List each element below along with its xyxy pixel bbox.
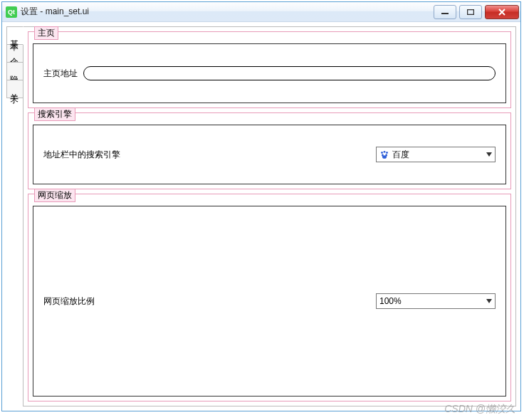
window-title: 设置 - main_set.ui — [21, 6, 89, 18]
search-engine-combobox[interactable]: 百度 — [376, 147, 496, 162]
group-homepage-legend: 主页 — [34, 26, 58, 40]
group-page-zoom: 网页缩放 网页缩放比例 100% — [28, 194, 511, 401]
search-engine-value: 百度 — [392, 149, 486, 161]
homepage-frame: 主页地址 — [33, 43, 506, 103]
group-homepage: 主页 主页地址 — [28, 31, 511, 108]
zoom-ratio-label: 网页缩放比例 — [43, 295, 370, 308]
window-controls — [431, 5, 520, 19]
chevron-down-icon — [486, 299, 492, 303]
tab-privacy[interactable]: 隐私 — [6, 62, 23, 80]
svg-rect-1 — [468, 9, 474, 14]
close-icon — [498, 9, 506, 16]
qt-logo-icon: Qt — [6, 6, 17, 18]
homepage-url-label: 主页地址 — [43, 68, 78, 80]
svg-point-7 — [382, 155, 387, 159]
group-search-legend: 搜索引擎 — [34, 107, 75, 121]
maximize-button[interactable] — [459, 5, 482, 19]
close-button[interactable] — [485, 5, 519, 19]
search-frame: 地址栏中的搜索引擎 百度 — [33, 125, 506, 184]
svg-point-4 — [386, 152, 388, 154]
svg-rect-0 — [441, 13, 449, 14]
window-frame: Qt 设置 - main_set.ui 基本 个性 隐私 关于 主页 — [1, 1, 521, 411]
group-zoom-legend: 网页缩放 — [34, 189, 75, 202]
homepage-url-input[interactable] — [83, 66, 496, 80]
vertical-tabstrip: 基本 个性 隐私 关于 — [6, 26, 23, 406]
titlebar: Qt 设置 - main_set.ui — [2, 2, 520, 22]
content-area: 基本 个性 隐私 关于 主页 主页地址 搜索引擎 地址栏中的搜索引擎 — [2, 22, 520, 411]
zoom-frame: 网页缩放比例 100% — [33, 206, 506, 397]
zoom-ratio-value: 100% — [379, 296, 486, 306]
group-search-engine: 搜索引擎 地址栏中的搜索引擎 — [28, 112, 511, 189]
minimize-button[interactable] — [434, 5, 456, 19]
search-engine-label: 地址栏中的搜索引擎 — [43, 149, 370, 161]
minimize-icon — [441, 9, 449, 15]
tab-about[interactable]: 关于 — [6, 80, 23, 98]
baidu-icon — [379, 149, 389, 159]
maximize-icon — [467, 9, 474, 15]
svg-point-3 — [384, 151, 386, 153]
chevron-down-icon — [486, 152, 492, 157]
zoom-ratio-combobox[interactable]: 100% — [376, 293, 496, 309]
tab-personality[interactable]: 个性 — [6, 44, 23, 63]
tab-basic[interactable]: 基本 — [6, 26, 23, 45]
svg-point-2 — [381, 152, 383, 154]
tab-panel: 主页 主页地址 搜索引擎 地址栏中的搜索引擎 — [23, 26, 516, 406]
